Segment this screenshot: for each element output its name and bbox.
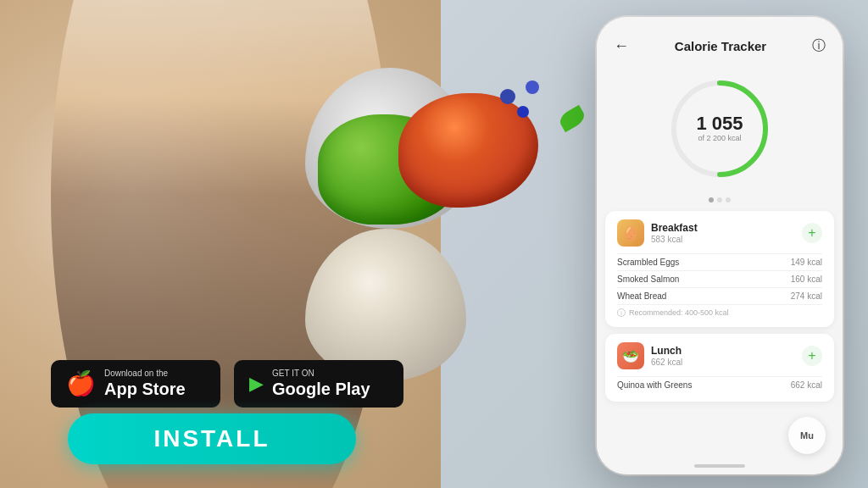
apple-icon: 🍎: [66, 372, 96, 396]
app-store-large-label: App Store: [104, 379, 186, 399]
breakfast-section: 🥚 Breakfast 583 kcal + Scrambled Eggs 14…: [605, 211, 834, 327]
app-store-small-label: Download on the: [104, 369, 186, 379]
meal-item-eggs: Scrambled Eggs 149 kcal: [617, 253, 822, 270]
lunch-calories: 662 kcal: [651, 358, 682, 367]
breakfast-add-button[interactable]: +: [802, 223, 822, 243]
calorie-circle: 1 055 of 2 200 kcal: [665, 74, 775, 184]
eggs-calories: 149 kcal: [791, 258, 822, 267]
back-button[interactable]: ←: [614, 37, 629, 55]
dot-3: [726, 197, 731, 202]
google-play-icon: ▶: [249, 374, 264, 393]
app-store-text: Download on the App Store: [104, 369, 186, 399]
eggs-name: Scrambled Eggs: [617, 258, 679, 267]
meal-item-bread: Wheat Bread 274 kcal: [617, 287, 822, 304]
breakfast-info: Breakfast 583 kcal: [651, 222, 698, 243]
lunch-header-left: 🥗 Lunch 662 kcal: [617, 342, 682, 369]
dot-2: [717, 197, 722, 202]
info-button[interactable]: ⓘ: [812, 37, 826, 55]
google-play-button[interactable]: ▶ GET IT ON Google Play: [234, 360, 403, 408]
store-buttons-area: 🍎 Download on the App Store ▶ GET IT ON …: [51, 360, 403, 408]
quinoa-name: Quinoa with Greens: [617, 380, 692, 390]
google-play-small-label: GET IT ON: [272, 369, 370, 379]
install-button[interactable]: INSTALL: [68, 413, 356, 464]
salmon-calories: 160 kcal: [791, 274, 822, 284]
rec-icon: i: [617, 308, 626, 317]
breakfast-calories: 583 kcal: [651, 235, 698, 244]
calorie-subtitle: of 2 200 kcal: [696, 134, 743, 144]
page-dots: [597, 197, 843, 211]
phone-header: ← Calorie Tracker ⓘ: [597, 30, 843, 65]
recommended-note: i Recommended: 400-500 kcal: [617, 304, 822, 319]
lunch-add-button[interactable]: +: [802, 346, 822, 366]
lunch-name: Lunch: [651, 345, 682, 357]
breakfast-icon: 🥚: [617, 219, 644, 247]
breakfast-name: Breakfast: [651, 222, 698, 234]
recommended-text: Recommended: 400-500 kcal: [629, 308, 729, 317]
bread-name: Wheat Bread: [617, 291, 666, 301]
salmon-name: Smoked Salmon: [617, 274, 679, 284]
lunch-info: Lunch 662 kcal: [651, 345, 682, 366]
phone-mockup: ← Calorie Tracker ⓘ 1 055 of 2 200 kcal: [597, 17, 843, 474]
calorie-circle-container: 1 055 of 2 200 kcal: [597, 65, 843, 197]
app-store-button[interactable]: 🍎 Download on the App Store: [51, 360, 220, 408]
bread-calories: 274 kcal: [791, 291, 822, 301]
lunch-section: 🥗 Lunch 662 kcal + Quinoa with Greens 66…: [605, 334, 834, 402]
phone-frame: ← Calorie Tracker ⓘ 1 055 of 2 200 kcal: [597, 17, 843, 474]
calorie-center-text: 1 055 of 2 200 kcal: [696, 114, 743, 144]
meal-item-quinoa: Quinoa with Greens 662 kcal: [617, 376, 822, 393]
google-play-large-label: Google Play: [272, 379, 370, 399]
meal-item-salmon: Smoked Salmon 160 kcal: [617, 270, 822, 287]
calorie-number: 1 055: [696, 114, 743, 134]
salad-bowl-2: [305, 229, 466, 381]
phone-home-indicator: [694, 464, 745, 468]
screen-title: Calorie Tracker: [675, 39, 766, 53]
quinoa-calories: 662 kcal: [791, 380, 822, 390]
phone-screen: ← Calorie Tracker ⓘ 1 055 of 2 200 kcal: [597, 17, 843, 474]
google-play-text: GET IT ON Google Play: [272, 369, 370, 399]
dot-1: [709, 197, 714, 202]
breakfast-header-left: 🥚 Breakfast 583 kcal: [617, 219, 698, 247]
mu-badge: Mu: [788, 417, 826, 454]
lunch-icon: 🥗: [617, 342, 644, 369]
breakfast-header: 🥚 Breakfast 583 kcal +: [617, 219, 822, 247]
lunch-header: 🥗 Lunch 662 kcal +: [617, 342, 822, 369]
food-imagery: [305, 68, 559, 322]
